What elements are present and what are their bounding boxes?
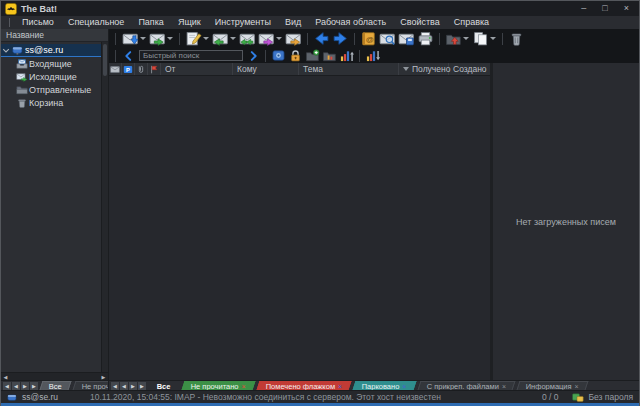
scrollbar-thumb[interactable] [103, 44, 107, 76]
list-nav-prev-button[interactable]: ◀ [120, 382, 128, 390]
list-tab-С прикреп. файлами[interactable]: С прикреп. файлами× [417, 381, 515, 390]
menu-item-Ящик[interactable]: Ящик [171, 16, 208, 29]
tree-folder-Входящие[interactable]: Входящие [1, 57, 101, 70]
menu-item-Папка[interactable]: Папка [131, 16, 171, 29]
list-tab-Парковано[interactable]: Парковано× [353, 381, 417, 390]
reply-all-button[interactable] [238, 29, 257, 48]
sidebar-header[interactable]: Название [1, 29, 108, 42]
search-next-button[interactable] [246, 48, 261, 63]
mail-status-icon[interactable] [109, 63, 122, 75]
back-button[interactable] [312, 29, 331, 48]
list-nav-next-button[interactable]: ▶ [129, 382, 137, 390]
sidebar-nav-next-button[interactable]: ▶ [21, 382, 29, 390]
window-title: The Bat! [21, 4, 57, 14]
save-mail-button[interactable] [397, 29, 416, 48]
redirect-button[interactable] [284, 29, 303, 48]
message-list-body[interactable] [109, 76, 490, 380]
move-to-folder-button[interactable] [444, 29, 471, 48]
list-nav-first-button[interactable]: ◀ [111, 382, 119, 390]
folder-maintenance-button[interactable] [321, 48, 338, 63]
toolbar-grip[interactable] [115, 33, 117, 45]
search-input[interactable] [139, 50, 243, 61]
menu-item-Специальное[interactable]: Специальное [61, 16, 132, 29]
minimize-button[interactable]: – [581, 1, 586, 16]
forward-nav-button[interactable] [331, 29, 350, 48]
tree-folder-Корзина[interactable]: Корзина [1, 96, 101, 109]
attachment-icon[interactable] [135, 63, 148, 75]
chevron-down-icon[interactable] [463, 37, 469, 40]
chevron-down-icon[interactable] [490, 37, 496, 40]
toolbar-separator [179, 33, 180, 45]
flag-icon[interactable] [148, 63, 161, 75]
tree-account-row[interactable]: ss@se.ru [1, 44, 101, 57]
close-icon[interactable]: × [502, 383, 506, 390]
password-label[interactable]: Без пароля [588, 392, 633, 402]
column-header-Тема[interactable]: Тема [299, 63, 399, 75]
chevron-down-icon[interactable] [140, 37, 146, 40]
new-folder-button[interactable] [304, 48, 321, 63]
the-bat-window: The Bat! – □ × ПисьмоСпециальноеПапкаЯщи… [0, 0, 640, 406]
menubar-grip[interactable] [9, 18, 10, 27]
chevron-down-icon[interactable] [276, 37, 282, 40]
chevron-down-icon[interactable] [167, 37, 173, 40]
menu-item-Письмо[interactable]: Письмо [15, 16, 61, 29]
address-book-button[interactable]: @ [359, 29, 378, 48]
column-header-Создано[interactable]: Создано [449, 63, 490, 75]
tree-folder-Отправленные[interactable]: Отправленные [1, 83, 101, 96]
status-account[interactable]: ss@se.ru [22, 392, 58, 402]
chevron-right-icon [247, 50, 260, 62]
new-message-button[interactable] [184, 29, 211, 48]
close-icon[interactable]: × [575, 383, 579, 390]
receive-mail-button[interactable] [121, 29, 148, 48]
sidebar-tab-Не прочитано[interactable]: Не прочитано× [72, 381, 108, 390]
filter-button[interactable] [364, 48, 381, 63]
chevron-down-icon[interactable] [230, 37, 236, 40]
list-nav-last-button[interactable]: ▶ [138, 382, 146, 390]
sidebar-tab-Все[interactable]: Все [40, 381, 72, 390]
menu-item-Инструменты[interactable]: Инструменты [208, 16, 278, 29]
column-header-Кому[interactable]: Кому [233, 63, 299, 75]
menu-item-Справка[interactable]: Справка [447, 16, 496, 29]
view-message-button[interactable] [270, 48, 287, 63]
print-button[interactable] [416, 29, 435, 48]
chevron-down-icon[interactable] [203, 37, 209, 40]
folder-label: Входящие [29, 59, 72, 69]
reply-button[interactable] [211, 29, 238, 48]
copy-icon [472, 31, 489, 46]
close-icon[interactable]: × [403, 383, 407, 390]
list-tab-Помечено флажком[interactable]: Помечено флажком× [256, 381, 351, 390]
sidebar-horizontal-scrollbar[interactable]: ◀ ▶ [1, 372, 108, 380]
lock-button[interactable] [287, 48, 304, 63]
tree-folder-Исходящие[interactable]: Исходящие [1, 70, 101, 83]
parked-icon[interactable]: P [122, 63, 135, 75]
close-icon[interactable]: × [338, 383, 342, 390]
sidebar-nav-last-button[interactable]: ▶ [30, 382, 38, 390]
search-mail-button[interactable] [378, 29, 397, 48]
copy-button[interactable] [471, 29, 498, 48]
search-prev-button[interactable] [121, 48, 136, 63]
lock-icon [288, 49, 303, 62]
menu-item-Вид[interactable]: Вид [278, 16, 308, 29]
password-icon [572, 392, 584, 402]
column-header-От[interactable]: От [161, 63, 233, 75]
menu-item-Рабочая область[interactable]: Рабочая область [308, 16, 393, 29]
delete-button[interactable] [507, 29, 526, 48]
forward-button[interactable] [257, 29, 284, 48]
sidebar-vertical-scrollbar[interactable] [101, 42, 108, 372]
sidebar-nav-first-button[interactable]: ◀ [3, 382, 11, 390]
maximize-button[interactable]: □ [602, 1, 607, 16]
expander-icon[interactable] [1, 47, 11, 54]
close-button[interactable]: × [624, 1, 629, 16]
list-tab-Все[interactable]: Все [148, 381, 181, 390]
close-icon[interactable]: × [241, 383, 245, 390]
column-header-Получено[interactable]: Получено [399, 63, 449, 75]
send-mail-button[interactable] [148, 29, 175, 48]
list-tab-Не прочитано[interactable]: Не прочитано× [181, 381, 255, 390]
sidebar-nav-prev-button[interactable]: ◀ [12, 382, 20, 390]
scroll-track[interactable] [10, 373, 99, 380]
sort-button[interactable] [338, 48, 355, 63]
titlebar[interactable]: The Bat! – □ × [1, 1, 639, 16]
menu-item-Свойства[interactable]: Свойства [393, 16, 447, 29]
toolbar-grip[interactable] [115, 50, 117, 62]
list-tab-Информация[interactable]: Информация× [517, 381, 589, 390]
